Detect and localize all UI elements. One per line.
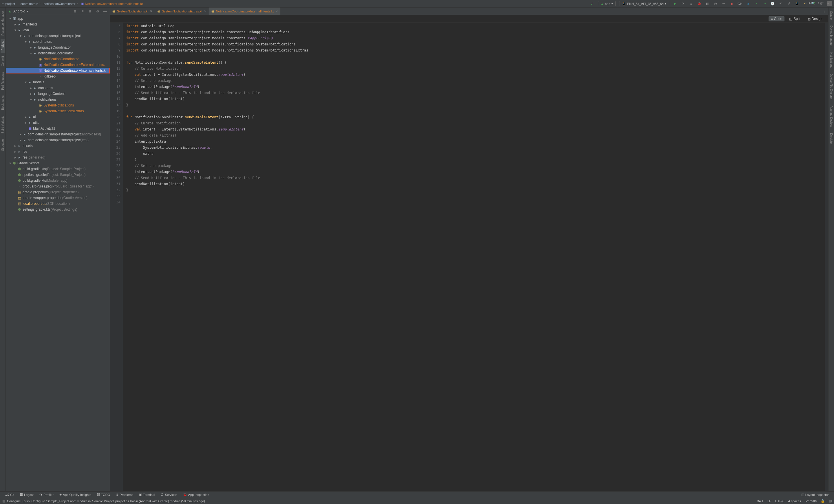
profile-icon[interactable]: ◔ [713, 1, 718, 6]
logcat-button[interactable]: ☰ Logcat [17, 493, 37, 497]
problems-button[interactable]: ⊘ Problems [113, 493, 136, 497]
line-number[interactable]: 30 [111, 175, 120, 181]
terminal-button[interactable]: ▣ Terminal [136, 493, 158, 497]
breadcrumb-item[interactable]: terproject [2, 2, 15, 5]
editor-tab[interactable]: ◉ NotificationCoordinator+InternalIntent… [209, 7, 281, 15]
device-dropdown[interactable]: 📱 Pixel_3a_API_33_x86_64 ▾ [619, 1, 669, 6]
tree-item[interactable]: ▤ gradle.properties (Project Properties) [6, 189, 110, 195]
tree-item[interactable]: ▸ ▸ assets [6, 143, 110, 149]
chevron-icon[interactable]: ▸ [14, 155, 17, 159]
close-tab-icon[interactable]: ✕ [204, 9, 206, 13]
code-line[interactable]: // Set the package [126, 78, 825, 84]
layout-inspector-button[interactable]: ◫ Layout Inspector [798, 493, 832, 497]
indent[interactable]: 4 spaces [788, 499, 801, 503]
apply-changes-icon[interactable]: ⟳ [681, 1, 685, 6]
app-inspection-button[interactable]: 🐞 App Inspection [180, 493, 212, 497]
line-number[interactable]: 34 [111, 199, 120, 205]
chevron-icon[interactable]: ▸ [14, 22, 17, 26]
editor-error-stripe[interactable] [825, 23, 828, 491]
line-number[interactable]: 14 [111, 78, 120, 84]
line-number[interactable]: 26 [111, 151, 120, 157]
line-number[interactable]: 13 [111, 72, 120, 78]
apply-code-changes-icon[interactable]: ≡ [689, 1, 694, 6]
line-number[interactable]: 10 [111, 53, 120, 60]
chevron-icon[interactable]: ▸ [14, 144, 17, 148]
line-gutter[interactable]: 5678910111213141516171819202122232425262… [110, 23, 123, 491]
code-line[interactable] [126, 53, 825, 60]
left-tool-build-variants[interactable]: Build Variants [1, 113, 5, 136]
notifications-icon[interactable]: ▤ [829, 499, 832, 503]
chevron-icon[interactable]: ▾ [14, 28, 17, 32]
caret-position[interactable]: 34:1 [757, 499, 763, 503]
status-message[interactable]: Configure Kotlin: Configure 'Sample_Proj… [7, 499, 205, 503]
collapse-icon[interactable]: ⇵ [88, 9, 92, 14]
line-number[interactable]: 23 [111, 133, 120, 139]
close-tab-icon[interactable]: ✕ [276, 9, 278, 13]
line-number[interactable]: 12 [111, 66, 120, 72]
sync-icon[interactable]: ⇄ [590, 1, 594, 6]
code-line[interactable]: SystemNotificationsExtras.sample, [126, 145, 825, 151]
branch-indicator[interactable]: ⎇ main [805, 499, 817, 503]
tree-item[interactable]: ⬢ settings.gradle.kts (Project Settings) [6, 207, 110, 212]
project-view-label[interactable]: Android [13, 9, 25, 13]
code-line[interactable]: import com.delasign.samplestarterproject… [126, 35, 825, 41]
code-line[interactable] [126, 193, 825, 199]
gear-icon[interactable]: ⚙ [95, 9, 100, 14]
lock-icon[interactable]: 🔒 [821, 499, 825, 503]
right-tool-gradle[interactable]: Gradle [829, 9, 833, 22]
line-separator[interactable]: LF [767, 499, 771, 503]
stop-icon[interactable]: ■ [729, 1, 734, 6]
chevron-icon[interactable]: ▸ [24, 121, 27, 125]
close-tab-icon[interactable]: ✕ [150, 9, 152, 13]
code-line[interactable]: intent.setPackage(kAppBundleId) [126, 169, 825, 175]
attach-debugger-icon[interactable]: ⇥ [721, 1, 726, 6]
code-line[interactable]: ) [126, 157, 825, 163]
code-line[interactable]: extra [126, 151, 825, 157]
code-content[interactable]: import android.util.Logimport com.delasi… [123, 23, 825, 491]
app-quality-button[interactable]: ◈ App Quality Insights [57, 493, 94, 497]
right-tool-running-devices[interactable]: Running Devices [829, 103, 833, 130]
tree-item[interactable]: ▾ ▸ notificationCoordinator [6, 50, 110, 56]
chevron-down-icon[interactable]: ▾ [27, 9, 29, 13]
line-number[interactable]: 32 [111, 187, 120, 193]
line-number[interactable]: 31 [111, 181, 120, 187]
line-number[interactable]: 6 [111, 29, 120, 35]
line-number[interactable]: 28 [111, 163, 120, 169]
editor-body[interactable]: 5678910111213141516171819202122232425262… [110, 23, 828, 491]
encoding[interactable]: UTF-8 [775, 499, 784, 503]
code-line[interactable]: import com.delasign.samplestarterproject… [126, 41, 825, 47]
code-with-me-icon[interactable]: ⇄ [787, 1, 791, 6]
tree-item[interactable]: ⬢ build.gradle.kts (Project: Sample_Proj… [6, 166, 110, 172]
left-tool-project[interactable]: Project [1, 39, 5, 53]
code-line[interactable]: import android.util.Log [126, 23, 825, 29]
chevron-icon[interactable]: ▸ [14, 150, 17, 154]
tree-item[interactable]: ▾ ▣ app [6, 16, 110, 21]
tree-item[interactable]: ▤ gradle-wrapper.properties (Gradle Vers… [6, 195, 110, 201]
git-commit-icon[interactable]: ✓ [754, 1, 759, 6]
view-split-button[interactable]: ◫ Split [787, 16, 803, 21]
chevron-icon[interactable]: ▸ [24, 115, 27, 119]
left-tool-resource-manager[interactable]: Resource Manager [1, 9, 5, 38]
chevron-icon[interactable]: ▸ [19, 138, 22, 142]
tree-item[interactable]: ▸ ▸ res (generated) [6, 155, 110, 160]
tree-item[interactable]: ▾ ▸ models [6, 79, 110, 85]
chevron-icon[interactable]: ▸ [29, 92, 32, 96]
left-tool-bookmarks[interactable]: Bookmarks [1, 93, 5, 112]
hide-icon[interactable]: — [103, 9, 107, 14]
tab-overflow-icon[interactable]: ⋮ [820, 9, 828, 13]
tree-item[interactable]: ▫ proguard-rules.pro (ProGuard Rules for… [6, 183, 110, 189]
code-line[interactable]: } [126, 102, 825, 108]
tree-item[interactable]: ▤ local.properties (SDK Location) [6, 201, 110, 207]
tree-item[interactable]: ▸ ▸ languageCoordinator [6, 45, 110, 50]
code-line[interactable] [126, 199, 825, 205]
tree-item[interactable]: ▾ ▸ java [6, 27, 110, 33]
line-number[interactable]: 25 [111, 145, 120, 151]
chevron-icon[interactable]: ▾ [9, 17, 12, 21]
tree-item[interactable]: ▸ ▸ constants [6, 85, 110, 91]
device-manager-icon[interactable]: 📱 [795, 1, 799, 6]
chevron-icon[interactable]: ▾ [19, 34, 22, 38]
tree-item[interactable]: ▸ ▸ com.delasign.samplestarterproject (t… [6, 137, 110, 143]
line-number[interactable]: 21 [111, 120, 120, 127]
code-line[interactable]: sendNotification(intent) [126, 96, 825, 102]
chevron-icon[interactable]: ▸ [29, 86, 32, 90]
